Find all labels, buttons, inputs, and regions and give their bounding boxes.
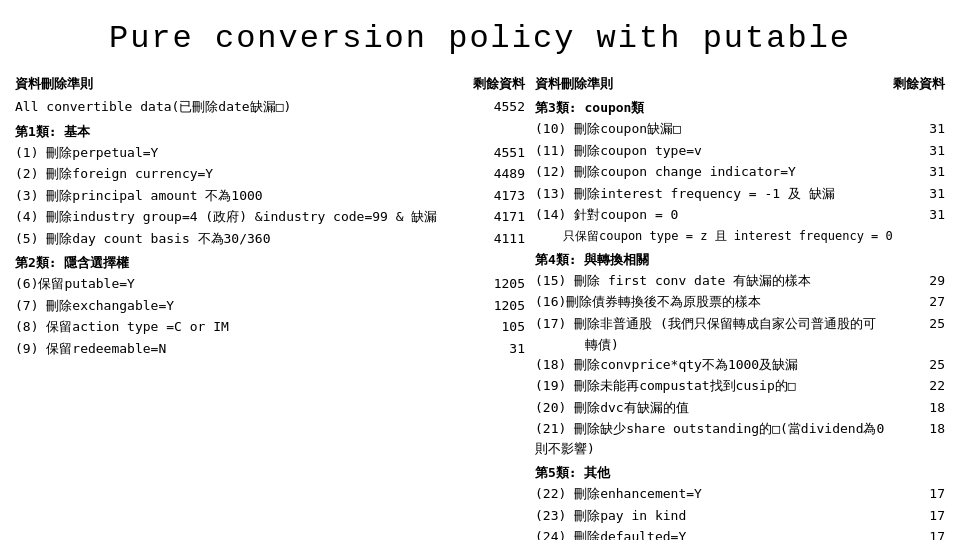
list-item: (19) 刪除未能再compustat找到cusip的□22	[535, 376, 945, 396]
list-item: (17) 刪除非普通股 (我們只保留轉成自家公司普通股的可25	[535, 314, 945, 334]
item-count: 1205	[475, 274, 525, 294]
list-item: (13) 刪除interest frequency = -1 及 缺漏31	[535, 184, 945, 204]
item-text: (23) 刪除pay in kind	[535, 506, 895, 526]
item-text: (3) 刪除principal amount 不為1000	[15, 186, 475, 206]
item-count: 4551	[475, 143, 525, 163]
list-item: (11) 刪除coupon type=v31	[535, 141, 945, 161]
list-item: (18) 刪除convprice*qty不為1000及缺漏25	[535, 355, 945, 375]
item-count: 18	[895, 398, 945, 418]
list-item: (22) 刪除enhancement=Y17	[535, 484, 945, 504]
item-text: (1) 刪除perpetual=Y	[15, 143, 475, 163]
subsection-title: 第2類: 隱含選擇權	[15, 254, 525, 272]
list-item: (21) 刪除缺少share outstanding的□(當dividend為0…	[535, 419, 945, 458]
list-item: (14) 針對coupon = 031	[535, 205, 945, 225]
item-count: 31	[895, 119, 945, 139]
right-header-label: 資料刪除準則	[535, 75, 613, 93]
item-text: (24) 刪除defaulted=Y	[535, 527, 895, 540]
item-text: (21) 刪除缺少share outstanding的□(當dividend為0…	[535, 419, 895, 458]
note-text: 轉債)	[535, 335, 945, 355]
item-text: (14) 針對coupon = 0	[535, 205, 895, 225]
item-text: (15) 刪除 first conv date 有缺漏的樣本	[535, 271, 895, 291]
item-count: 17	[895, 484, 945, 504]
item-text: (4) 刪除industry group=4 (政府) &industry co…	[15, 207, 475, 227]
list-item: (9) 保留redeemable=N31	[15, 339, 525, 359]
item-text: (17) 刪除非普通股 (我們只保留轉成自家公司普通股的可	[535, 314, 895, 334]
list-item: (8) 保留action type =C or IM105	[15, 317, 525, 337]
item-count: 4489	[475, 164, 525, 184]
item-text: (8) 保留action type =C or IM	[15, 317, 475, 337]
subsection-title: 第4類: 與轉換相關	[535, 251, 945, 269]
item-count: 18	[895, 419, 945, 458]
list-item: (4) 刪除industry group=4 (政府) &industry co…	[15, 207, 525, 227]
item-text: (19) 刪除未能再compustat找到cusip的□	[535, 376, 895, 396]
list-item: (20) 刪除dvc有缺漏的值18	[535, 398, 945, 418]
item-count: 4171	[475, 207, 525, 227]
item-text: (5) 刪除day count basis 不為30/360	[15, 229, 475, 249]
list-item: (5) 刪除day count basis 不為30/3604111	[15, 229, 525, 249]
item-text: (22) 刪除enhancement=Y	[535, 484, 895, 504]
list-item: (2) 刪除foreign currency=Y4489	[15, 164, 525, 184]
list-item: (15) 刪除 first conv date 有缺漏的樣本29	[535, 271, 945, 291]
item-count: 29	[895, 271, 945, 291]
item-count: 4552	[475, 97, 525, 117]
left-header-label: 資料刪除準則	[15, 75, 93, 93]
list-item: (6)保留putable=Y1205	[15, 274, 525, 294]
right-header-count-label: 剩餘資料	[893, 75, 945, 93]
item-count: 17	[895, 506, 945, 526]
item-count: 4173	[475, 186, 525, 206]
item-count: 17	[895, 527, 945, 540]
list-item: (23) 刪除pay in kind17	[535, 506, 945, 526]
list-item: (16)刪除債券轉換後不為原股票的樣本27	[535, 292, 945, 312]
item-count: 31	[895, 205, 945, 225]
note-text: 只保留coupon type = z 且 interest frequency …	[535, 227, 945, 245]
list-item: (7) 刪除exchangable=Y1205	[15, 296, 525, 316]
item-text: (16)刪除債券轉換後不為原股票的樣本	[535, 292, 895, 312]
item-count: 31	[895, 184, 945, 204]
item-count: 4111	[475, 229, 525, 249]
item-count: 25	[895, 314, 945, 334]
right-panel: 資料刪除準則 剩餘資料 第3類: coupon類(10) 刪除coupon缺漏□…	[535, 75, 945, 540]
item-count: 105	[475, 317, 525, 337]
item-count: 31	[895, 141, 945, 161]
subsection-title: 第3類: coupon類	[535, 99, 945, 117]
list-item: (3) 刪除principal amount 不為10004173	[15, 186, 525, 206]
item-count: 27	[895, 292, 945, 312]
item-text: (18) 刪除convprice*qty不為1000及缺漏	[535, 355, 895, 375]
item-text: All convertible data(已刪除date缺漏□)	[15, 97, 475, 117]
item-count: 31	[895, 162, 945, 182]
list-item: (24) 刪除defaulted=Y17	[535, 527, 945, 540]
left-panel: 資料刪除準則 剩餘資料 All convertible data(已刪除date…	[15, 75, 535, 540]
left-header-count-label: 剩餘資料	[473, 75, 525, 93]
subsection-title: 第5類: 其他	[535, 464, 945, 482]
list-item: (10) 刪除coupon缺漏□31	[535, 119, 945, 139]
item-text: (2) 刪除foreign currency=Y	[15, 164, 475, 184]
list-item: (1) 刪除perpetual=Y4551	[15, 143, 525, 163]
item-count: 31	[475, 339, 525, 359]
item-text: (9) 保留redeemable=N	[15, 339, 475, 359]
item-text: (13) 刪除interest frequency = -1 及 缺漏	[535, 184, 895, 204]
item-text: (12) 刪除coupon change indicator=Y	[535, 162, 895, 182]
item-count: 25	[895, 355, 945, 375]
item-count: 22	[895, 376, 945, 396]
list-item: (12) 刪除coupon change indicator=Y31	[535, 162, 945, 182]
item-text: (10) 刪除coupon缺漏□	[535, 119, 895, 139]
list-item: All convertible data(已刪除date缺漏□)4552	[15, 97, 525, 117]
subsection-title: 第1類: 基本	[15, 123, 525, 141]
item-text: (7) 刪除exchangable=Y	[15, 296, 475, 316]
item-text: (11) 刪除coupon type=v	[535, 141, 895, 161]
page-title: Pure conversion policy with putable	[15, 10, 945, 57]
item-count: 1205	[475, 296, 525, 316]
item-text: (6)保留putable=Y	[15, 274, 475, 294]
item-text: (20) 刪除dvc有缺漏的值	[535, 398, 895, 418]
